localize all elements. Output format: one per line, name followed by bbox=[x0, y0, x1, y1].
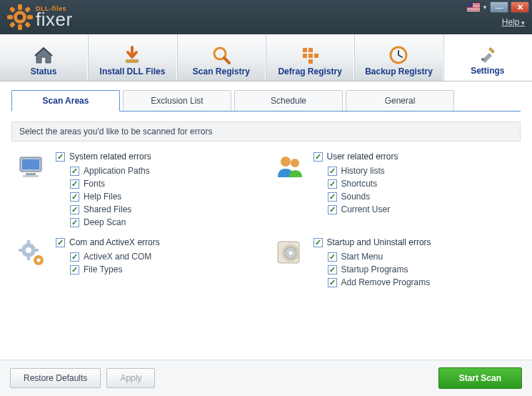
svg-rect-18 bbox=[126, 59, 139, 63]
home-icon bbox=[34, 45, 54, 65]
svg-rect-39 bbox=[19, 249, 23, 252]
tab-defrag-registry[interactable]: Defrag Registry bbox=[266, 34, 354, 81]
titlebar: DLL-files fixer ▼ — ✕ Help bbox=[0, 0, 532, 34]
content-area: Scan Areas Exclusion List Schedule Gener… bbox=[0, 81, 532, 360]
svg-rect-5 bbox=[9, 6, 16, 13]
svg-rect-31 bbox=[26, 173, 36, 175]
checkbox-sounds[interactable] bbox=[328, 192, 337, 202]
checkbox-shared-files[interactable] bbox=[70, 205, 79, 214]
tools-icon bbox=[478, 44, 498, 64]
checkbox-help-files[interactable] bbox=[70, 192, 79, 202]
checkbox-start-menu[interactable] bbox=[328, 252, 337, 262]
tab-label: Install DLL Files bbox=[100, 66, 166, 76]
subtab-scan-areas[interactable]: Scan Areas bbox=[11, 90, 120, 112]
checkbox-system[interactable] bbox=[56, 152, 65, 162]
svg-rect-2 bbox=[18, 24, 22, 30]
start-scan-button[interactable]: Start Scan bbox=[438, 367, 522, 389]
check-label: Deep Scan bbox=[84, 217, 126, 227]
minimize-button[interactable]: — bbox=[490, 1, 508, 13]
tab-status[interactable]: Status bbox=[0, 34, 88, 81]
check-label: Shortcuts bbox=[341, 179, 378, 189]
check-label: Start Menu bbox=[341, 252, 383, 262]
tab-backup-registry[interactable]: Backup Registry bbox=[354, 34, 443, 81]
check-label: Application Paths bbox=[84, 166, 150, 176]
checkbox-add-remove[interactable] bbox=[328, 278, 337, 287]
area-title: System related errors bbox=[69, 152, 151, 162]
svg-point-47 bbox=[288, 252, 292, 255]
checkbox-user[interactable] bbox=[313, 152, 323, 162]
svg-rect-25 bbox=[314, 54, 318, 58]
brand-large: fixer bbox=[36, 10, 73, 29]
subtab-exclusion-list[interactable]: Exclusion List bbox=[123, 90, 231, 111]
checkbox-startup-programs[interactable] bbox=[328, 265, 337, 274]
checkbox-shortcuts[interactable] bbox=[328, 179, 337, 189]
flag-icon[interactable] bbox=[467, 3, 480, 11]
svg-rect-15 bbox=[467, 9, 480, 10]
close-button[interactable]: ✕ bbox=[511, 1, 529, 13]
check-label: History lists bbox=[341, 166, 385, 176]
checkbox-app-paths[interactable] bbox=[70, 167, 79, 176]
check-label: Fonts bbox=[84, 179, 105, 189]
checkbox-deep-scan[interactable] bbox=[70, 218, 79, 227]
help-menu[interactable]: Help bbox=[502, 17, 525, 27]
disc-icon bbox=[273, 237, 306, 270]
svg-rect-40 bbox=[34, 249, 39, 252]
area-title: User related errors bbox=[327, 152, 398, 162]
svg-rect-21 bbox=[303, 48, 307, 52]
tab-scan-registry[interactable]: Scan Registry bbox=[177, 34, 266, 81]
svg-rect-17 bbox=[467, 3, 473, 7]
svg-rect-3 bbox=[7, 15, 13, 19]
svg-point-9 bbox=[17, 14, 23, 20]
tab-label: Backup Registry bbox=[365, 66, 433, 76]
svg-line-20 bbox=[224, 58, 229, 63]
instruction-text: Select the areas you'd like to be scanne… bbox=[11, 122, 521, 142]
checkbox-activex[interactable] bbox=[70, 252, 79, 262]
svg-point-36 bbox=[26, 247, 31, 253]
svg-rect-22 bbox=[308, 48, 313, 52]
tab-settings[interactable]: Settings bbox=[443, 34, 532, 81]
svg-rect-24 bbox=[308, 54, 313, 58]
checkbox-current-user[interactable] bbox=[328, 205, 337, 214]
svg-rect-38 bbox=[27, 256, 30, 260]
check-label: Shared Files bbox=[84, 204, 131, 214]
check-label: File Types bbox=[84, 264, 122, 274]
logo: DLL-files fixer bbox=[7, 4, 73, 30]
svg-point-34 bbox=[291, 159, 299, 167]
restore-defaults-button[interactable]: Restore Defaults bbox=[10, 368, 101, 388]
tab-install-dll[interactable]: Install DLL Files bbox=[88, 34, 176, 81]
checkbox-fonts[interactable] bbox=[70, 179, 79, 189]
svg-rect-8 bbox=[24, 21, 31, 28]
tab-label: Defrag Registry bbox=[278, 66, 341, 76]
svg-rect-32 bbox=[23, 175, 39, 177]
checkbox-startup[interactable] bbox=[313, 238, 323, 247]
checkbox-file-types[interactable] bbox=[70, 265, 79, 274]
check-label: Add Remove Programs bbox=[341, 277, 431, 287]
checkbox-com[interactable] bbox=[56, 238, 65, 247]
window-controls: ▼ — ✕ bbox=[467, 1, 529, 13]
svg-rect-23 bbox=[303, 54, 307, 58]
scan-areas-grid: System related errors Application Paths … bbox=[11, 152, 521, 354]
check-label: Startup Programs bbox=[341, 264, 408, 274]
subtab-schedule[interactable]: Schedule bbox=[234, 90, 343, 111]
check-label: Sounds bbox=[341, 192, 371, 202]
svg-rect-37 bbox=[27, 240, 30, 244]
apply-button[interactable]: Apply bbox=[106, 368, 155, 388]
svg-rect-14 bbox=[467, 8, 480, 9]
svg-rect-16 bbox=[467, 11, 480, 11]
clock-icon bbox=[388, 45, 408, 65]
svg-point-33 bbox=[281, 157, 291, 167]
svg-rect-4 bbox=[27, 15, 33, 19]
area-startup: Startup and Uninstall errors Start Menu … bbox=[273, 237, 517, 290]
subtab-general[interactable]: General bbox=[346, 90, 454, 111]
check-label: Help Files bbox=[84, 192, 121, 202]
check-label: ActiveX and COM bbox=[84, 252, 151, 262]
check-label: Current User bbox=[341, 204, 391, 214]
monitor-icon bbox=[16, 152, 49, 184]
checkbox-history[interactable] bbox=[328, 167, 337, 176]
chevron-down-icon[interactable]: ▼ bbox=[482, 4, 488, 11]
area-user: User related errors History lists Shortc… bbox=[273, 152, 517, 230]
tab-label: Settings bbox=[471, 66, 504, 76]
magnifier-icon bbox=[211, 45, 231, 65]
area-system: System related errors Application Paths … bbox=[16, 152, 259, 230]
main-tabs: Status Install DLL Files Scan Registry D… bbox=[0, 34, 532, 81]
